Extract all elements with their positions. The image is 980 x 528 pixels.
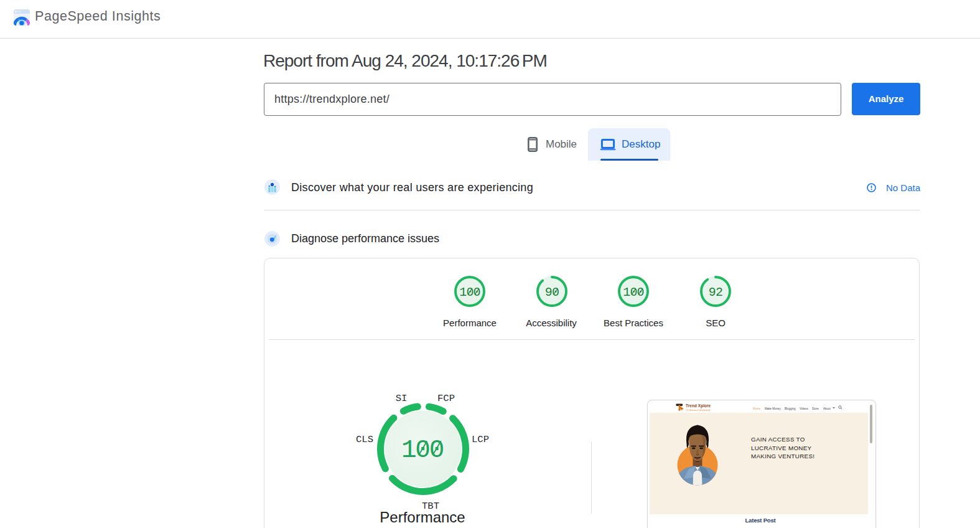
svg-text:90: 90 (545, 285, 559, 299)
svg-text:CLS: CLS (356, 434, 373, 445)
svg-text:SI: SI (396, 393, 408, 404)
svg-text:LCP: LCP (472, 434, 489, 445)
svg-text:FCP: FCP (437, 393, 455, 404)
svg-text:92: 92 (709, 285, 722, 299)
